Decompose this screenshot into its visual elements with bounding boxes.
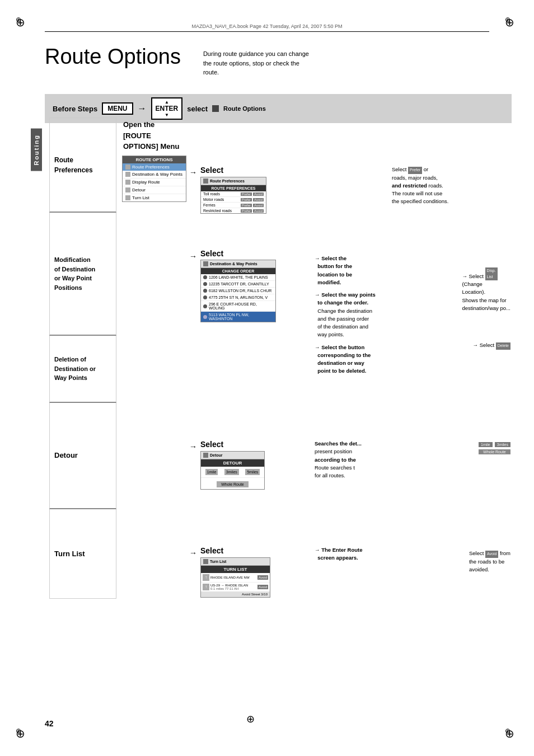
rp-motor-avoid: Avoid xyxy=(253,198,264,201)
dwp-row-5: 296 E COURT-HOUSE RD, WOLING xyxy=(201,301,275,312)
detour-btns-row: 1mile 3miles 5miles xyxy=(201,467,264,478)
left-label-modification: Modificationof Destinationor Way PointPo… xyxy=(49,213,116,336)
rp-right-text: Select Prefer or roads, major roads, and… xyxy=(392,166,510,206)
rp-toll-prefer: Prefer xyxy=(241,192,252,196)
dwp-row-3: 6182 WILLSTON DR, FALLS CHUR xyxy=(201,288,275,294)
turnlist-screen: Turn List TURN LIST ↑ RHODE ISLAND AVE N… xyxy=(200,557,270,598)
detour-far-right: 1mile 3miles Whole Route xyxy=(479,442,510,454)
route-prefs-screen: Route Preferences ROUTE PREFERENCES Toll… xyxy=(200,177,266,214)
rp-ferries-prefer: Prefer xyxy=(241,204,252,207)
dwp-dot-1 xyxy=(203,275,207,279)
tl-screen-header: Turn List xyxy=(201,558,270,566)
tl-row1-text: RHODE ISLAND AVE NW xyxy=(210,576,256,579)
detour-5miles-btn[interactable]: 5miles xyxy=(245,469,260,475)
detour-r-3miles[interactable]: 3miles xyxy=(495,442,510,447)
detour-screen: Detour DETOUR 1mile 3miles 5miles Whole … xyxy=(200,451,265,490)
and-restricted-text: and restricted xyxy=(392,182,427,189)
select-detour-label: Select xyxy=(200,440,223,449)
open-menu-header: Open the[ROUTEOPTIONS] Menu xyxy=(123,119,179,152)
tl-row2-sub: 0.1 miles 77:11 AH xyxy=(210,587,256,590)
detour-menu-icon xyxy=(125,187,130,192)
rp-row-motor: Motor roads Prefer Avoid xyxy=(201,197,266,203)
dwp-dot-2 xyxy=(203,282,207,286)
disp-list-btn-area: → Select Disp.List (ChangeLocation). Sho… xyxy=(462,267,510,312)
modification-label: Modificationof Destinationor Way PointPo… xyxy=(54,255,111,292)
detour-3miles-btn[interactable]: 3miles xyxy=(224,469,239,475)
detour-right-btns: 1mile 3miles xyxy=(479,442,510,447)
rom-header: ROUTE OPTIONS xyxy=(123,156,186,163)
pref-icon xyxy=(125,165,130,170)
rp-screen-icon xyxy=(203,179,208,184)
detour-inner-title: DETOUR xyxy=(201,459,264,467)
left-label-detour: Detour xyxy=(49,403,116,509)
tl-row-2: ↑ US-29 → RHODE ISLAN 0.1 miles 77:11 AH… xyxy=(201,583,270,591)
dest-icon xyxy=(125,172,130,177)
detour-screen-header: Detour xyxy=(201,452,264,459)
dwp-icon xyxy=(203,261,208,266)
arrow-icon: → xyxy=(138,104,147,114)
rp-inner-header: ROUTE PREFERENCES xyxy=(201,185,266,191)
rp-screen-title: Route Preferences xyxy=(210,179,245,183)
tl-row1-icon: ↑ xyxy=(203,574,209,581)
dwp-dot-6 xyxy=(203,315,207,319)
select-text: select xyxy=(187,105,208,113)
dwp-row-6: 5113 WALTON PL NW, WASHINTON xyxy=(201,312,275,322)
menu-button[interactable]: MENU xyxy=(102,102,133,115)
tl-icon xyxy=(203,559,208,564)
page-title: Route Options xyxy=(45,45,181,69)
detour-r-1mile[interactable]: 1mile xyxy=(479,442,493,447)
tl-row1-avoid-btn[interactable]: Avoid xyxy=(257,575,268,580)
dwp-dot-4 xyxy=(203,295,207,299)
route-options-label: Route Options xyxy=(223,105,266,112)
select-rp-label: Select xyxy=(200,166,223,175)
before-steps-label: Before Steps xyxy=(53,105,97,113)
disp-list-desc: → Select Disp.List (ChangeLocation). Sho… xyxy=(462,267,510,312)
detour-whole-route-btn[interactable]: Whole Route xyxy=(217,481,248,487)
route-icon xyxy=(212,105,219,112)
select-tl-label: Select xyxy=(200,546,223,555)
left-labels-column: RoutePreferences Modificationof Destinat… xyxy=(49,118,116,700)
tl-inner-header: TURN LIST xyxy=(201,566,270,573)
rp-row-toll: Toll roads Prefer Avoid xyxy=(201,191,266,197)
arrow-to-detour: → xyxy=(189,442,197,451)
dwp-row-4: 4775 25TH ST N, ARLINGTON, V xyxy=(201,294,275,301)
rom-item-display: Display Route xyxy=(123,179,186,186)
delete-btn[interactable]: Delete xyxy=(496,342,510,350)
crosshair-tl: ⊕ xyxy=(16,16,29,29)
rom-item-prefs: Route Preferences xyxy=(123,163,186,171)
route-prefs-label: RoutePreferences xyxy=(54,155,111,175)
rp-restricted-avoid: Avoid xyxy=(253,209,264,213)
rp-right-desc: Select Prefer or roads, major roads, and… xyxy=(392,166,510,206)
routing-sidebar: Routing xyxy=(31,129,42,171)
tl-avoid-desc: Select Avoid from the roads to be avoide… xyxy=(469,550,510,574)
dwp-inner-header: CHANGE ORDER xyxy=(201,268,275,274)
crosshair-br: ⊕ xyxy=(505,727,518,740)
avoid-btn[interactable]: Avoid xyxy=(485,551,498,558)
tl-row2-avoid-btn[interactable]: Avoid xyxy=(257,585,268,589)
disp-list-btn[interactable]: Disp.List xyxy=(485,267,498,280)
detour-1mile-btn[interactable]: 1mile xyxy=(205,469,218,475)
tl-far-right: Select Avoid from the roads to be avoide… xyxy=(469,550,510,574)
route-options-menu-screenshot: ROUTE OPTIONS Route Preferences Destinat… xyxy=(122,156,186,202)
bottom-center-crosshair: ⊕ xyxy=(246,713,255,725)
dwp-dot-3 xyxy=(203,289,207,293)
arrow-to-rp: → xyxy=(189,168,197,177)
tl-row-1: ↑ RHODE ISLAND AVE NW Avoid xyxy=(201,573,270,583)
page-description: During route guidance you can change the… xyxy=(203,49,315,77)
detour-label: Detour xyxy=(54,450,111,461)
rp-restricted-prefer: Prefer xyxy=(241,209,252,213)
rp-screen-header: Route Preferences xyxy=(201,177,266,185)
file-info: MAZDA3_NAVI_EA.book Page 42 Tuesday, Apr… xyxy=(45,24,489,32)
deletion-label: Deletion ofDestination orWay Points xyxy=(54,355,111,383)
rp-motor-prefer: Prefer xyxy=(241,198,252,201)
enter-button[interactable]: ▲ ENTER ▼ xyxy=(151,97,183,120)
detour-icon xyxy=(203,453,208,458)
tl-row2-content: US-29 → RHODE ISLAN 0.1 miles 77:11 AH xyxy=(210,584,256,590)
prefer-btn[interactable]: Prefer xyxy=(408,167,422,174)
crosshair-tr: ⊕ xyxy=(505,16,518,29)
rp-row-ferries: Ferries Prefer Avoid xyxy=(201,203,266,208)
arrow-up-icon: ▲ xyxy=(165,100,169,105)
rp-toll-avoid: Avoid xyxy=(253,192,264,196)
turnlist-menu-icon xyxy=(125,195,130,200)
whole-route-btn[interactable]: Whole Route xyxy=(479,449,510,454)
